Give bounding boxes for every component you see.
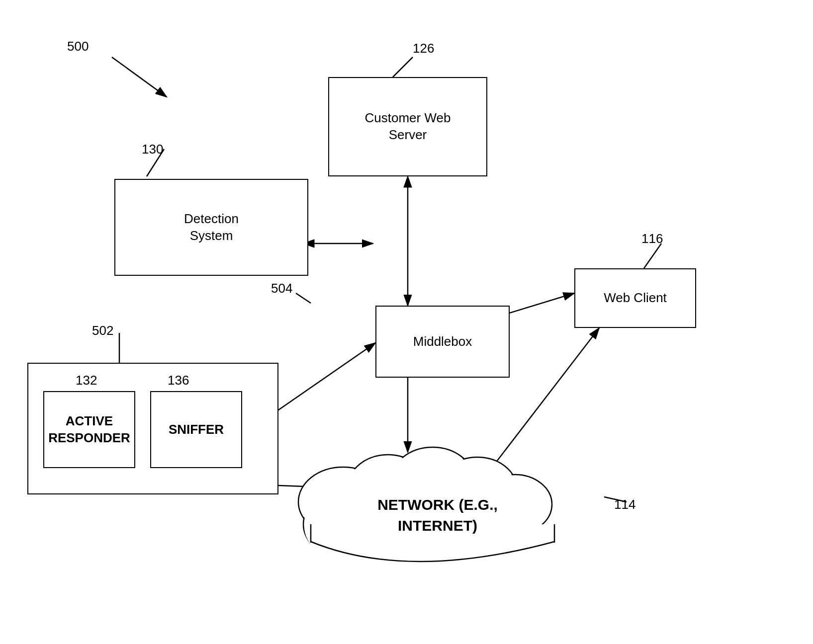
ref-126: 126	[413, 41, 434, 56]
customer-web-server-label: Customer Web Server	[365, 110, 451, 144]
ref-132: 132	[76, 373, 97, 388]
active-responder-label: ACTIVE RESPONDER	[48, 413, 130, 447]
web-client-label: Web Client	[604, 290, 667, 307]
ref-136: 136	[168, 373, 189, 388]
outer-box-502: 132 136 ACTIVE RESPONDER SNIFFER	[27, 363, 278, 494]
sniffer-label: SNIFFER	[169, 421, 224, 438]
network-label-line2: INTERNET)	[318, 515, 557, 536]
sniffer-box: SNIFFER	[150, 391, 242, 468]
ref-130: 130	[142, 142, 163, 157]
ref-504: 504	[271, 281, 292, 296]
web-client-box: Web Client	[574, 268, 696, 328]
svg-line-6	[296, 293, 311, 303]
middlebox-label: Middlebox	[413, 333, 472, 350]
ref-500: 500	[67, 39, 89, 54]
network-label: NETWORK (E.G., INTERNET)	[318, 494, 557, 536]
detection-system-label: Detection System	[184, 211, 239, 244]
network-label-line1: NETWORK (E.G.,	[318, 494, 557, 515]
ref-502: 502	[92, 323, 113, 338]
ref-116: 116	[641, 231, 663, 246]
middlebox-box: Middlebox	[375, 306, 510, 378]
ref-114: 114	[614, 497, 635, 512]
svg-line-3	[112, 57, 167, 97]
svg-line-10	[644, 243, 661, 268]
active-responder-box: ACTIVE RESPONDER	[43, 391, 135, 468]
customer-web-server-box: Customer Web Server	[328, 77, 487, 176]
detection-system-box: Detection System	[114, 179, 308, 276]
diagram: 500 126 Customer Web Server 130 Detectio…	[0, 0, 813, 644]
svg-line-4	[393, 57, 413, 77]
